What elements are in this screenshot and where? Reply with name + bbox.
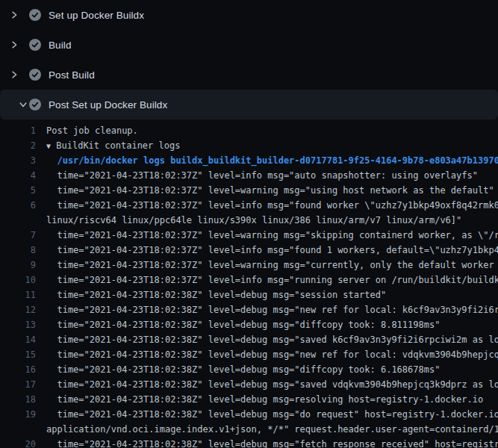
log-text: time="2021-04-23T18:02:38Z" level=debug … [46, 362, 498, 377]
log-row: 8 time="2021-04-23T18:02:37Z" level=info… [0, 243, 498, 258]
line-number-link[interactable]: 8 [0, 243, 36, 258]
line-number-link[interactable]: 11 [0, 287, 36, 302]
log-row: 11 time="2021-04-23T18:02:38Z" level=deb… [0, 287, 498, 302]
step-label: Post Build [49, 69, 95, 81]
line-number-link[interactable]: 14 [0, 332, 36, 347]
log-text: time="2021-04-23T18:02:38Z" level=debug … [46, 302, 498, 317]
log-row: 18 time="2021-04-23T18:02:38Z" level=deb… [0, 392, 498, 407]
chevron-right-icon [9, 40, 19, 50]
line-number-link[interactable]: 10 [0, 273, 36, 287]
log-row: 14 time="2021-04-23T18:02:38Z" level=deb… [0, 332, 498, 347]
log-command-text: /usr/bin/docker logs buildx_buildkit_bui… [46, 153, 498, 168]
line-number-link[interactable]: 1 [0, 123, 36, 138]
log-row-continuation: application/vnd.oci.image.index.v1+json,… [0, 422, 498, 437]
log-row: 15 time="2021-04-23T18:02:38Z" level=deb… [0, 347, 498, 362]
log-row: 3 /usr/bin/docker logs buildx_buildkit_b… [0, 153, 498, 168]
log-text: time="2021-04-23T18:02:38Z" level=debug … [46, 332, 498, 347]
log-row: 16 time="2021-04-23T18:02:38Z" level=deb… [0, 362, 498, 377]
check-circle-icon [29, 39, 41, 51]
step-row-post-build[interactable]: Post Build [0, 60, 498, 90]
line-number-link[interactable]: 7 [0, 228, 36, 243]
log-text: time="2021-04-23T18:02:38Z" level=debug … [46, 287, 498, 302]
log-row-continuation: linux/riscv64 linux/ppc64le linux/s390x … [0, 213, 498, 228]
log-row: 20 time="2021-04-23T18:02:38Z" level=deb… [0, 437, 498, 448]
log-row: 1Post job cleanup. [0, 123, 498, 138]
group-title: BuildKit container logs [51, 140, 180, 151]
log-row: 12 time="2021-04-23T18:02:38Z" level=deb… [0, 302, 498, 317]
line-number-link[interactable]: 3 [0, 153, 36, 168]
log-text: time="2021-04-23T18:02:38Z" level=debug … [46, 407, 498, 422]
line-number-link[interactable]: 2 [0, 138, 36, 153]
log-text: time="2021-04-23T18:02:38Z" level=debug … [46, 377, 498, 392]
step-label: Post Set up Docker Buildx [49, 99, 167, 111]
log-text: time="2021-04-23T18:02:37Z" level=info m… [46, 198, 498, 213]
step-label: Build [49, 40, 72, 51]
line-number-link[interactable]: 15 [0, 347, 36, 362]
log-row: 19 time="2021-04-23T18:02:38Z" level=deb… [0, 407, 498, 422]
log-text: time="2021-04-23T18:02:37Z" level=warnin… [46, 258, 498, 273]
log-text: time="2021-04-23T18:02:37Z" level=info m… [46, 273, 498, 287]
line-number-link[interactable]: 13 [0, 317, 36, 332]
log-row: 6 time="2021-04-23T18:02:37Z" level=info… [0, 198, 498, 213]
chevron-right-icon [9, 69, 19, 80]
step-label: Set up Docker Buildx [49, 10, 144, 21]
log-area: 1Post job cleanup.2▼ BuildKit container … [0, 119, 498, 448]
log-text: time="2021-04-23T18:02:38Z" level=debug … [46, 392, 498, 407]
log-row: 13 time="2021-04-23T18:02:38Z" level=deb… [0, 317, 498, 332]
line-number-link[interactable]: 19 [0, 407, 36, 422]
step-row-set-up-docker-buildx[interactable]: Set up Docker Buildx [0, 0, 498, 30]
line-number-link[interactable]: 5 [0, 183, 36, 198]
line-number-link[interactable]: 9 [0, 258, 36, 273]
check-circle-icon [29, 9, 41, 21]
line-number-link[interactable]: 16 [0, 362, 36, 377]
log-text: time="2021-04-23T18:02:38Z" level=debug … [46, 317, 498, 332]
check-circle-icon [29, 69, 41, 81]
log-text: application/vnd.oci.image.index.v1+json,… [46, 422, 498, 437]
log-row: 10 time="2021-04-23T18:02:37Z" level=inf… [0, 273, 498, 287]
line-number-link[interactable]: 6 [0, 198, 36, 213]
log-text: time="2021-04-23T18:02:37Z" level=info m… [46, 168, 498, 183]
actions-log-viewer: Set up Docker BuildxBuildPost BuildPost … [0, 0, 498, 448]
log-row: 5 time="2021-04-23T18:02:37Z" level=warn… [0, 183, 498, 198]
line-number-link[interactable]: 12 [0, 302, 36, 317]
line-number-link[interactable]: 4 [0, 168, 36, 183]
chevron-down-icon [9, 99, 19, 110]
log-row: 17 time="2021-04-23T18:02:38Z" level=deb… [0, 377, 498, 392]
log-row: 9 time="2021-04-23T18:02:37Z" level=warn… [0, 258, 498, 273]
chevron-right-icon [9, 10, 19, 20]
log-text: linux/riscv64 linux/ppc64le linux/s390x … [46, 213, 498, 228]
log-text: time="2021-04-23T18:02:37Z" level=warnin… [46, 183, 498, 198]
log-text: time="2021-04-23T18:02:37Z" level=warnin… [46, 228, 498, 243]
log-text: Post job cleanup. [46, 123, 498, 138]
log-row: 7 time="2021-04-23T18:02:37Z" level=warn… [0, 228, 498, 243]
check-circle-icon [29, 99, 41, 111]
line-number-link[interactable]: 17 [0, 377, 36, 392]
line-number-link[interactable]: 20 [0, 437, 36, 448]
log-row: 4 time="2021-04-23T18:02:37Z" level=info… [0, 168, 498, 183]
line-number-link[interactable]: 18 [0, 392, 36, 407]
line-number-link [0, 213, 36, 228]
log-text: time="2021-04-23T18:02:37Z" level=info m… [46, 243, 498, 258]
line-number-link [0, 422, 36, 437]
log-text: time="2021-04-23T18:02:38Z" level=debug … [46, 437, 498, 448]
log-text: time="2021-04-23T18:02:38Z" level=debug … [46, 347, 498, 362]
steps-list: Set up Docker BuildxBuildPost BuildPost … [0, 0, 498, 119]
step-row-post-set-up-docker-buildx[interactable]: Post Set up Docker Buildx [0, 90, 498, 119]
log-row: 2▼ BuildKit container logs [0, 138, 498, 153]
log-group-toggle[interactable]: ▼ BuildKit container logs [46, 138, 498, 153]
step-row-build[interactable]: Build [0, 30, 498, 60]
